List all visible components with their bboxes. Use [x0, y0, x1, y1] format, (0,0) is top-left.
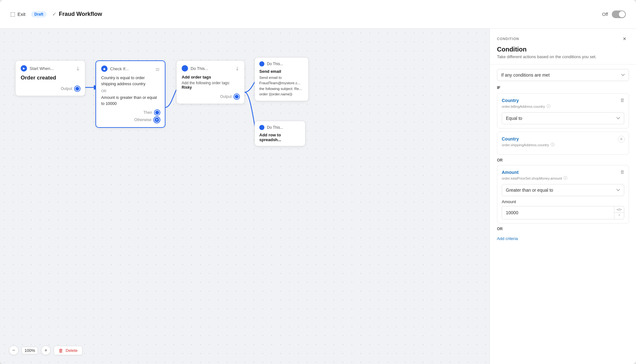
amount-up-btn[interactable]: ⌃: [614, 213, 624, 219]
amount-input-actions: </> ⌃: [614, 206, 624, 219]
condition2-field-path: order.shippingAddress.country ⓘ: [502, 142, 624, 148]
do-output-label: Output: [220, 94, 232, 99]
add-row-node[interactable]: Do This... Add row to spreadsh...: [255, 121, 305, 146]
delete-condition3-button[interactable]: 🗑: [620, 169, 625, 175]
or-separator-1: OR: [497, 158, 629, 162]
do-output-connector[interactable]: [234, 94, 239, 99]
info-icon-3: ⓘ: [563, 175, 567, 181]
draft-badge: Draft: [31, 11, 46, 17]
add-row-header: Do This...: [259, 125, 301, 130]
top-bar-left: ⬚ Exit Draft ✓ Fraud Workflow: [10, 11, 102, 17]
do-node-label-text: Do This...: [191, 66, 208, 71]
do-node-desc: Add the following order tags: Risky: [182, 81, 239, 90]
condition2-path-text: order.shippingAddress.country: [502, 143, 549, 147]
panel-divider: [490, 64, 636, 65]
start-node-title: Order created: [21, 75, 80, 81]
do-node-desc-text: Add the following order tags:: [182, 81, 230, 85]
on-off-toggle[interactable]: [612, 10, 626, 18]
panel-close-button[interactable]: ×: [620, 34, 629, 43]
check-condition2: Amount is greater than or equal to 10000: [101, 95, 160, 107]
condition2-field-name: Country: [502, 136, 624, 141]
right-panel: CONDITION × Condition Take different act…: [490, 29, 636, 364]
panel-section-label: CONDITION: [497, 37, 519, 41]
otherwise-row: Otherwise +: [101, 117, 160, 123]
panel-title: Condition: [490, 44, 636, 54]
top-bar-right: Off: [602, 10, 626, 18]
send-email-title: Send email: [259, 69, 304, 74]
trash-icon: 🗑: [59, 348, 63, 353]
condition1-operator-select[interactable]: Equal to: [502, 112, 624, 124]
add-criteria-button[interactable]: Add criteria: [497, 236, 518, 241]
condition-block-1: Country order.billingAddress.country ⓘ 🗑…: [497, 93, 629, 128]
add-row-label: Do This...: [267, 125, 283, 130]
otherwise-label: Otherwise: [134, 118, 151, 122]
send-email-label: Do This...: [267, 62, 283, 66]
check-or-label: OR: [101, 88, 160, 94]
then-connector[interactable]: [155, 110, 160, 115]
start-node[interactable]: ▶ Start When... ⤓ Order created Output: [15, 60, 85, 96]
otherwise-connector[interactable]: +: [154, 117, 160, 123]
send-email-body: Send email to FraudTeam@mystore.c... the…: [259, 75, 304, 97]
delete-label: Delete: [66, 348, 78, 353]
bottom-toolbar: − 100% + 🗑 Delete: [9, 346, 82, 355]
output-connector[interactable]: [75, 86, 80, 91]
amount-input[interactable]: [502, 207, 614, 218]
then-row: Then: [101, 110, 160, 115]
if-any-conditions-select[interactable]: If any conditions are met: [497, 69, 629, 81]
exit-label: Exit: [17, 11, 25, 17]
app-window: ⬚ Exit Draft ✓ Fraud Workflow Off: [0, 0, 636, 364]
workflow-nodes: ▶ Start When... ⤓ Order created Output: [0, 29, 490, 364]
remove-condition2-button[interactable]: ×: [618, 136, 625, 143]
zoom-in-button[interactable]: +: [41, 346, 51, 355]
add-row-circle-icon: [259, 125, 264, 130]
amount-code-btn[interactable]: </>: [614, 206, 624, 213]
start-node-label: ▶ Start When...: [21, 65, 54, 72]
do-node-title: Add order tags: [182, 75, 239, 79]
panel-body: If any conditions are met IF Country ord…: [490, 69, 636, 241]
check-node[interactable]: ◆ Check If... ⚌ Country is equal to orde…: [95, 60, 165, 128]
do-node-desc-bold: Risky: [182, 85, 192, 90]
download-icon[interactable]: ⤓: [76, 65, 80, 72]
delete-condition1-button[interactable]: 🗑: [620, 97, 625, 103]
exit-button[interactable]: ⬚ Exit: [10, 11, 25, 17]
do-node-header: Do This... ⤓: [182, 65, 239, 72]
condition-block-2: Country order.shippingAddress.country ⓘ …: [497, 132, 629, 155]
workflow-canvas[interactable]: ▶ Start When... ⤓ Order created Output: [0, 29, 490, 364]
check-node-header: ◆ Check If... ⚌: [101, 65, 160, 72]
do-this-node[interactable]: Do This... ⤓ Add order tags Add the foll…: [176, 60, 245, 104]
delete-button[interactable]: 🗑 Delete: [54, 346, 82, 355]
send-email-node[interactable]: Do This... Send email Send email to Frau…: [255, 57, 309, 101]
condition3-operator-select[interactable]: Greater than or equal to: [502, 184, 624, 196]
zoom-out-button[interactable]: −: [9, 346, 18, 355]
info-icon-1: ⓘ: [547, 104, 550, 109]
check-circle-icon: ✓: [52, 11, 56, 17]
then-label: Then: [143, 110, 152, 115]
exit-icon: ⬚: [10, 11, 15, 17]
check-node-label-text: Check If...: [110, 66, 129, 71]
start-node-output: Output: [21, 86, 80, 91]
info-icon-2: ⓘ: [551, 142, 555, 148]
off-label: Off: [602, 12, 608, 17]
canvas-area: ▶ Start When... ⤓ Order created Output: [0, 29, 636, 364]
if-label: IF: [497, 86, 629, 90]
or-separator-2: OR: [497, 227, 629, 231]
zoom-level: 100%: [22, 347, 38, 354]
output-label: Output: [61, 86, 72, 91]
play-icon: ▶: [21, 65, 27, 72]
check-condition1: Country is equal to order shipping addre…: [101, 75, 160, 87]
download-icon-do[interactable]: ⤓: [235, 65, 239, 72]
condition3-field-path: order.totalPriceSet.shopMoney.amount ⓘ: [502, 175, 624, 181]
start-node-label-text: Start When...: [30, 66, 54, 71]
do-node-output: Output: [182, 94, 239, 99]
condition1-field-path: order.billingAddress.country ⓘ: [502, 104, 624, 109]
workflow-title-row: ✓ Fraud Workflow: [52, 11, 102, 17]
condition3-field-name: Amount: [502, 170, 624, 175]
filter-icon[interactable]: ⚌: [155, 66, 160, 72]
diamond-icon: ◆: [101, 65, 108, 72]
check-node-body: Country is equal to order shipping addre…: [101, 75, 160, 107]
top-bar: ⬚ Exit Draft ✓ Fraud Workflow Off: [0, 0, 636, 29]
panel-desc: Take different actions based on the cond…: [490, 54, 636, 64]
check-node-label: ◆ Check If...: [101, 65, 129, 72]
condition3-path-text: order.totalPriceSet.shopMoney.amount: [502, 176, 562, 180]
workflow-title: Fraud Workflow: [59, 11, 102, 17]
